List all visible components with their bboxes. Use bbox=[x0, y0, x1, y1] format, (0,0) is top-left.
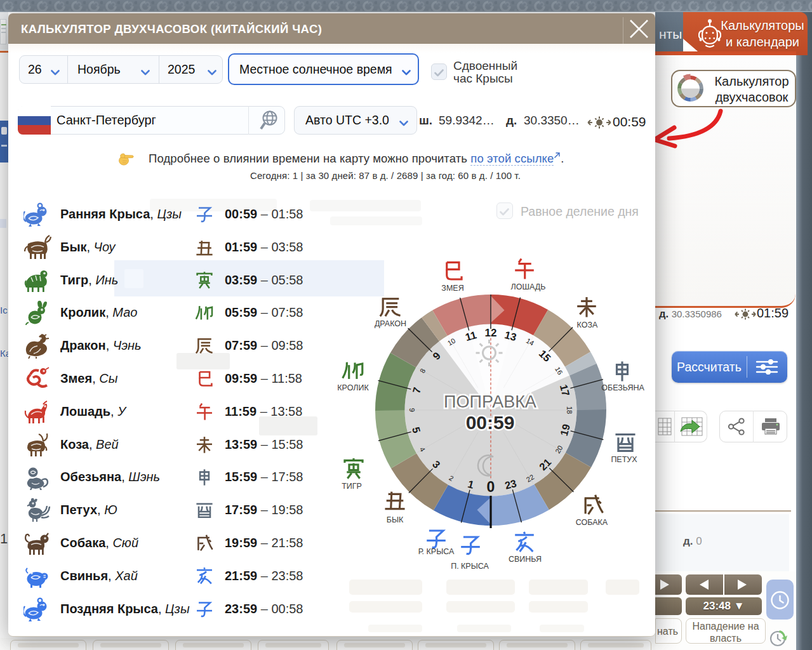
svg-text:Р. КРЫСА: Р. КРЫСА bbox=[418, 547, 455, 556]
svg-text:18: 18 bbox=[566, 406, 573, 414]
svg-text:КРОЛИК: КРОЛИК bbox=[337, 383, 369, 392]
svg-text:БЫК: БЫК bbox=[387, 515, 404, 524]
svg-text:6: 6 bbox=[408, 408, 416, 412]
svg-text:ДРАКОН: ДРАКОН bbox=[375, 319, 406, 328]
svg-text:П. КРЫСА: П. КРЫСА bbox=[451, 562, 489, 571]
svg-text:ЗМЕЯ: ЗМЕЯ bbox=[441, 284, 463, 293]
svg-text:ЛОШАДЬ: ЛОШАДЬ bbox=[511, 282, 546, 291]
svg-text:ОБЕЗЬЯНА: ОБЕЗЬЯНА bbox=[601, 383, 644, 392]
svg-text:ТИГР: ТИГР bbox=[342, 482, 362, 491]
svg-text:ПОПРАВКА: ПОПРАВКА bbox=[444, 392, 536, 411]
svg-text:ПЕТУХ: ПЕТУХ bbox=[611, 455, 637, 464]
svg-text:0: 0 bbox=[487, 479, 495, 495]
svg-text:КОЗА: КОЗА bbox=[577, 321, 598, 329]
svg-text:СВИНЬЯ: СВИНЬЯ bbox=[509, 555, 542, 564]
svg-text:12: 12 bbox=[485, 327, 497, 339]
svg-text:00:59: 00:59 bbox=[466, 412, 515, 433]
svg-text:СОБАКА: СОБАКА bbox=[576, 518, 608, 527]
